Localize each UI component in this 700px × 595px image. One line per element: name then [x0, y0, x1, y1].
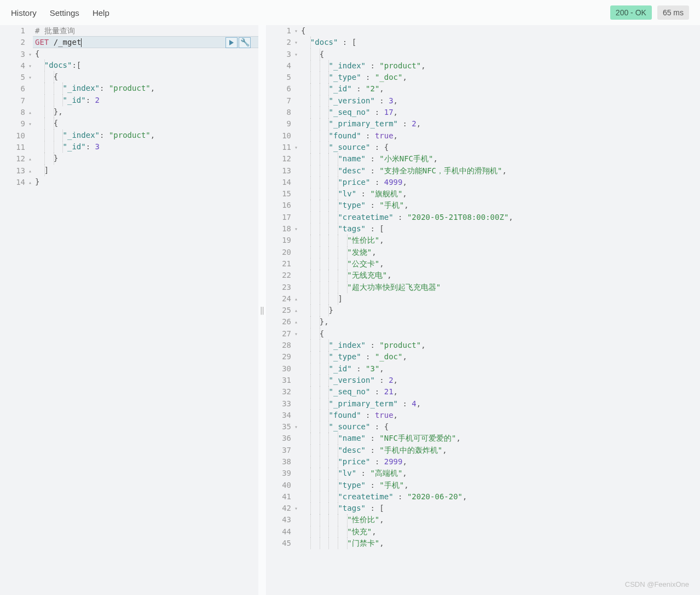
menu-help[interactable]: Help — [92, 8, 109, 18]
fold-open-icon[interactable]: ▾ — [294, 421, 298, 433]
wrench-icon[interactable]: 🔧 — [239, 37, 251, 48]
code-line[interactable]: ] — [299, 293, 692, 305]
fold-open-icon[interactable]: ▾ — [28, 72, 32, 83]
code-line[interactable]: GET /_mget🔧 — [33, 36, 258, 48]
code-line[interactable]: { — [33, 48, 258, 60]
scrollbar-vertical[interactable] — [692, 25, 700, 595]
gutter-line: 11 — [2, 142, 31, 153]
code-line[interactable]: { — [299, 25, 692, 37]
code-line[interactable]: "_primary_term" : 4, — [299, 398, 692, 410]
fold-close-icon[interactable]: ▴ — [294, 316, 298, 328]
fold-close-icon[interactable]: ▴ — [28, 153, 32, 165]
code-line[interactable]: "_seq_no" : 21, — [299, 386, 692, 398]
code-line[interactable]: "found" : true, — [299, 130, 692, 142]
fold-open-icon[interactable]: ▾ — [294, 328, 298, 340]
fold-close-icon[interactable]: ▴ — [294, 293, 298, 305]
code-line[interactable]: "_id": 3 — [33, 141, 258, 153]
indent-guide — [328, 456, 329, 468]
code-line[interactable]: "_type" : "_doc", — [299, 72, 692, 83]
code-line[interactable]: { — [33, 118, 258, 129]
code-line[interactable]: "性价比", — [299, 514, 692, 526]
code-line[interactable]: "createtime" : "2020-05-21T08:00:00Z", — [299, 212, 692, 223]
fold-open-icon[interactable]: ▾ — [28, 49, 32, 60]
code-line[interactable]: "desc" : "支持全功能NFC，手机中的滑翔机", — [299, 165, 692, 177]
code-line[interactable]: "docs" : [ — [299, 37, 692, 48]
code-line[interactable]: "docs":[ — [33, 60, 258, 71]
code-line[interactable]: "_index" : "product", — [299, 60, 692, 72]
token-punc: : — [366, 201, 379, 209]
code-line[interactable]: "createtime" : "2020-06-20", — [299, 491, 692, 503]
code-line[interactable]: "tags" : [ — [299, 223, 692, 235]
code-line[interactable]: "type" : "手机", — [299, 200, 692, 211]
code-line[interactable]: { — [33, 71, 258, 83]
fold-close-icon[interactable]: ▴ — [294, 305, 298, 316]
code-line[interactable]: { — [299, 328, 692, 340]
code-line[interactable]: "公交卡", — [299, 258, 692, 270]
code-line[interactable]: "性价比", — [299, 235, 692, 246]
code-line[interactable]: }, — [33, 106, 258, 118]
code-line[interactable]: } — [299, 305, 692, 316]
indent-guide — [320, 212, 320, 223]
code-line[interactable]: "_index": "product", — [33, 130, 258, 141]
code-line[interactable]: "lv" : "旗舰机", — [299, 188, 692, 200]
code-line[interactable]: } — [33, 153, 258, 164]
code-line[interactable]: "_index": "product", — [33, 83, 258, 94]
indent-guide — [320, 514, 320, 526]
code-line[interactable]: "name" : "小米NFC手机", — [299, 153, 692, 165]
indent-guide — [328, 351, 329, 363]
code-line[interactable]: "发烧", — [299, 247, 692, 258]
code-line[interactable]: "_primary_term" : 2, — [299, 118, 692, 130]
code-line[interactable]: "_index" : "product", — [299, 340, 692, 351]
menu-history[interactable]: History — [11, 8, 37, 18]
request-editor[interactable]: # 批量查询GET /_mget🔧{ "docs":[ { "_index": … — [33, 25, 258, 595]
code-line[interactable]: # 批量查询 — [33, 25, 258, 37]
code-line[interactable]: { — [299, 49, 692, 60]
fold-open-icon[interactable]: ▾ — [294, 25, 298, 37]
fold-open-icon[interactable]: ▾ — [294, 49, 298, 60]
fold-open-icon[interactable]: ▾ — [28, 60, 32, 72]
gutter-line: 15 — [268, 188, 297, 200]
code-line[interactable]: "price" : 4999, — [299, 177, 692, 188]
code-line[interactable]: "_id" : "2", — [299, 83, 692, 95]
code-line[interactable]: "type" : "手机", — [299, 480, 692, 491]
indent-guide — [338, 293, 338, 305]
fold-close-icon[interactable]: ▴ — [28, 107, 32, 118]
code-line[interactable]: "快充", — [299, 526, 692, 538]
token-key: "_version" — [329, 376, 375, 384]
splitter[interactable]: ‖ — [258, 25, 266, 595]
fold-open-icon[interactable]: ▾ — [294, 142, 298, 153]
response-editor[interactable]: { "docs" : [ { "_index" : "product", "_t… — [299, 25, 692, 595]
code-line[interactable]: "_source" : { — [299, 142, 692, 153]
code-line[interactable]: "_version" : 3, — [299, 95, 692, 107]
code-line[interactable]: "无线充电", — [299, 270, 692, 281]
indent-guide — [320, 386, 320, 398]
code-line[interactable]: } — [33, 176, 258, 188]
code-line[interactable]: "lv" : "高端机", — [299, 468, 692, 479]
fold-open-icon[interactable]: ▾ — [294, 503, 298, 514]
code-line[interactable]: "门禁卡", — [299, 538, 692, 549]
fold-close-icon[interactable]: ▴ — [28, 177, 32, 188]
code-line[interactable]: "超大功率快到起飞充电器" — [299, 282, 692, 293]
fold-close-icon[interactable]: ▴ — [28, 165, 32, 177]
code-line[interactable]: "name" : "NFC手机可可爱爱的", — [299, 433, 692, 444]
code-line[interactable]: "_id": 2 — [33, 95, 258, 106]
code-line[interactable]: "_version" : 2, — [299, 375, 692, 386]
code-line[interactable]: "found" : true, — [299, 410, 692, 421]
token-punc — [301, 84, 329, 93]
fold-open-icon[interactable]: ▾ — [294, 223, 298, 235]
code-line[interactable]: "_id" : "3", — [299, 363, 692, 375]
code-line[interactable]: ] — [33, 165, 258, 176]
token-str: "高端机" — [370, 469, 402, 477]
code-line[interactable]: "price" : 2999, — [299, 456, 692, 468]
code-line[interactable]: "desc" : "手机中的轰炸机", — [299, 445, 692, 456]
fold-open-icon[interactable]: ▾ — [28, 118, 32, 130]
code-line[interactable]: "_source" : { — [299, 421, 692, 433]
code-line[interactable]: "_seq_no" : 17, — [299, 107, 692, 118]
indent-guide — [310, 328, 311, 340]
run-icon[interactable] — [225, 37, 238, 48]
code-line[interactable]: }, — [299, 316, 692, 328]
fold-open-icon[interactable]: ▾ — [294, 37, 298, 48]
menu-settings[interactable]: Settings — [50, 8, 79, 18]
code-line[interactable]: "_type" : "_doc", — [299, 351, 692, 363]
code-line[interactable]: "tags" : [ — [299, 503, 692, 514]
